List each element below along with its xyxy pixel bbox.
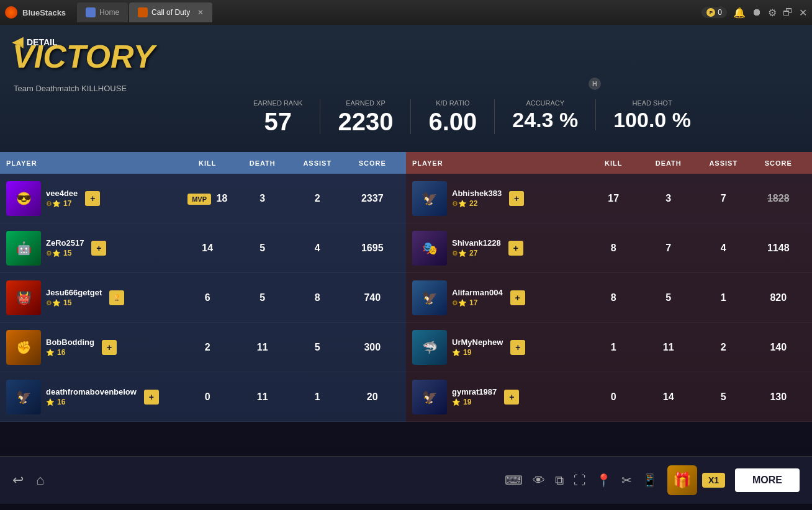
col-player-label-a: PLAYER [6, 159, 180, 167]
stat-score: 130 [751, 391, 806, 403]
player-name: Jesu666getget [46, 288, 102, 297]
stat-assist: 2 [290, 193, 345, 204]
avatar-icon: ✊ [16, 340, 32, 355]
avatar-icon: 🎭 [422, 241, 438, 256]
stat-cell: MVP 18 [180, 193, 235, 204]
stats-row: Earned Rank 57 Earned XP 2230 K/D RATIO … [236, 99, 800, 134]
stat-kill: 6 [180, 292, 235, 303]
stat-assist: 7 [696, 193, 751, 204]
stat-assist: 4 [290, 243, 345, 254]
stat-death: 7 [641, 243, 697, 254]
expand-icon[interactable]: ⛶ [574, 473, 586, 488]
eye-icon[interactable]: 👁 [533, 473, 545, 488]
team-a-header: PLAYER KILL DEATH ASSIST SCORE [0, 152, 406, 174]
bottom-right: ⌨ 👁 ⧉ ⛶ 📍 ✂ 📱 🎁 X1 MORE [505, 465, 800, 495]
col-death-label-a: DEATH [235, 159, 291, 167]
coins-display: P 0 [701, 7, 727, 18]
player-info-abhishek: Abhishek383 ⚙⭐ 22 [452, 189, 502, 208]
chest-area: 🎁 X1 [667, 465, 725, 495]
rank-num: 19 [463, 348, 471, 357]
avatar-shivank: 🎭 [412, 231, 447, 266]
rank-row: ⚙⭐ 15 [46, 249, 84, 257]
add-friend-button-abhishek[interactable]: + [509, 191, 524, 206]
team-b-header: PLAYER KILL DEATH ASSIST SCORE [406, 152, 812, 174]
stat-kill: 1 [586, 342, 641, 353]
add-friend-button-death[interactable]: + [144, 390, 159, 405]
stat-accuracy: Accuracy 24.3 % [495, 99, 596, 130]
phone-icon[interactable]: 📱 [642, 473, 657, 488]
stat-headshot: Head Shot 100.0 % [596, 99, 708, 130]
add-friend-button-jesu[interactable]: 🏆 [109, 290, 124, 305]
stat-death: 3 [235, 193, 291, 204]
player-name: UrMyNephew [452, 338, 503, 347]
player-info-bob: BobBodding ⭐ 16 [46, 338, 94, 357]
stat-score: 20 [345, 391, 400, 403]
avatar-icon: 🦅 [16, 390, 32, 405]
stat-death: 14 [641, 391, 697, 403]
stat-death: 5 [235, 243, 291, 254]
more-button[interactable]: MORE [735, 468, 800, 492]
keyboard-icon[interactable]: ⌨ [505, 473, 523, 488]
restore-icon[interactable]: 🗗 [783, 7, 793, 18]
stat-score: 140 [751, 342, 806, 353]
settings-icon[interactable]: ⚙ [768, 7, 777, 19]
player-name: Shivank1228 [452, 238, 501, 248]
add-friend-button-alifarman[interactable]: + [510, 290, 525, 305]
record-icon[interactable]: ⏺ [752, 7, 762, 18]
player-name: Abhishek383 [452, 189, 502, 198]
tables-area: PLAYER KILL DEATH ASSIST SCORE 😎 vee4dee… [0, 152, 812, 456]
game-header: ◀ DETAIL VICTORY Team Deathmatch KILLHOU… [0, 25, 812, 152]
copy-icon[interactable]: ⧉ [555, 473, 564, 488]
rank-num: 22 [469, 199, 477, 208]
tab-close-icon[interactable]: ✕ [197, 8, 204, 17]
player-name: deathfromabovenbelow [46, 387, 137, 396]
add-friend-button-vee4dee[interactable]: + [85, 191, 100, 206]
cod-icon [138, 7, 148, 17]
avatar-icon: 🦈 [422, 340, 438, 355]
notification-icon[interactable]: 🔔 [733, 7, 746, 19]
rank-row: ⚙⭐ 17 [452, 298, 503, 307]
avatar-icon: 🦅 [422, 191, 438, 206]
app-name: BlueStacks [22, 8, 66, 17]
add-friend-button-bob[interactable]: + [102, 340, 117, 355]
bottom-bar: ↩ ⌂ ⌨ 👁 ⧉ ⛶ 📍 ✂ 📱 🎁 X1 MORE [0, 456, 812, 504]
table-row: 🎭 Shivank1228 ⚙⭐ 27 + 8 7 4 1148 [406, 223, 812, 273]
h-label: H [589, 78, 601, 90]
location-icon[interactable]: 📍 [596, 473, 611, 488]
avatar-jesu: 👹 [6, 280, 41, 315]
team-b-table: PLAYER KILL DEATH ASSIST SCORE 🦅 Abhishe… [406, 152, 812, 456]
add-friend-button-shivank[interactable]: + [508, 241, 523, 256]
player-cell-gymrat: 🦅 gymrat1987 ⭐ 19 + [412, 380, 586, 414]
stat-assist: 5 [290, 342, 345, 353]
player-info-jesu: Jesu666getget ⚙⭐ 15 [46, 288, 102, 307]
tab-home[interactable]: Home [77, 2, 128, 22]
rank-num: 16 [57, 398, 65, 406]
player-cell-shivank: 🎭 Shivank1228 ⚙⭐ 27 + [412, 231, 586, 266]
player-info-alifarman: Alifarman004 ⚙⭐ 17 [452, 288, 503, 307]
avatar-bob: ✊ [6, 330, 41, 365]
home-nav-icon[interactable]: ⌂ [36, 472, 44, 488]
avatar-icon: 🦅 [422, 290, 438, 305]
stat-assist: 1 [290, 391, 345, 403]
rank-icon: ⚙⭐ [46, 299, 61, 307]
add-friend-button-zero[interactable]: + [91, 241, 106, 256]
rank-icon: ⚙⭐ [452, 249, 467, 257]
tab-cod[interactable]: Call of Duty ✕ [129, 2, 212, 22]
rank-row: ⭐ 19 [452, 348, 503, 357]
player-name: vee4dee [46, 189, 78, 198]
add-friend-button-gymrat[interactable]: + [504, 390, 519, 405]
col-assist-label-b: ASSIST [696, 159, 751, 167]
chest-icon: 🎁 [667, 465, 697, 495]
stat-score: 740 [345, 292, 400, 303]
table-row: 😎 vee4dee ⚙⭐ 17 + MVP 18 3 [0, 174, 406, 223]
avatar-abhishek: 🦅 [412, 181, 447, 216]
stat-kill: 8 [586, 292, 641, 303]
rank-icon: ⭐ [46, 349, 55, 357]
add-friend-button-urmynephew[interactable]: + [510, 340, 525, 355]
scissors-icon[interactable]: ✂ [621, 473, 632, 488]
table-row: 👹 Jesu666getget ⚙⭐ 15 🏆 6 5 8 740 [0, 273, 406, 323]
col-kill-label-a: KILL [180, 159, 235, 167]
close-window-icon[interactable]: ✕ [799, 7, 807, 19]
back-nav-icon[interactable]: ↩ [12, 472, 24, 488]
avatar-icon: 🤖 [16, 241, 32, 256]
